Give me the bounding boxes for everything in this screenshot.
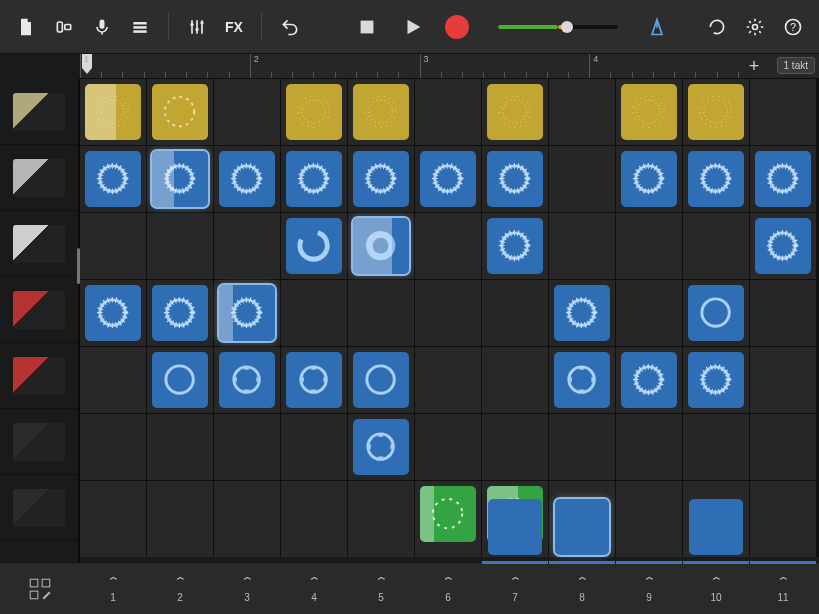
grid-cell[interactable]	[683, 213, 749, 279]
browser-icon[interactable]	[50, 13, 78, 41]
grid-cell[interactable]	[147, 79, 213, 145]
grid-cell[interactable]	[214, 414, 280, 480]
grid-cell[interactable]	[750, 280, 816, 346]
grid-cell[interactable]	[549, 414, 615, 480]
grid-cell[interactable]	[683, 79, 749, 145]
grid-cell[interactable]	[147, 347, 213, 413]
grid-cell[interactable]	[549, 146, 615, 212]
column-trigger-9[interactable]: ⌃9	[616, 563, 682, 614]
grid-cell[interactable]	[214, 481, 280, 547]
grid-cell[interactable]	[683, 414, 749, 480]
grid-cell[interactable]	[415, 79, 481, 145]
grid-cell[interactable]	[214, 146, 280, 212]
grid-cell[interactable]	[482, 213, 548, 279]
grid-cell[interactable]	[415, 414, 481, 480]
loop-cell[interactable]	[555, 499, 609, 555]
grid-cell[interactable]	[348, 280, 414, 346]
grid-cell[interactable]	[616, 146, 682, 212]
grid-cell[interactable]	[482, 79, 548, 145]
loop-cell[interactable]	[286, 84, 342, 140]
loop-cell[interactable]	[688, 151, 744, 207]
grid-cell[interactable]	[415, 547, 481, 557]
loop-cell[interactable]	[487, 151, 543, 207]
track-header-drum-machine-2[interactable]	[0, 145, 78, 211]
loop-cell[interactable]	[152, 84, 208, 140]
add-section-button[interactable]: +	[745, 57, 763, 75]
loop-cell[interactable]	[688, 352, 744, 408]
track-header-keyboard-red-1[interactable]	[0, 277, 78, 343]
grid-cell[interactable]	[616, 347, 682, 413]
track-header-keyboard-red-2[interactable]	[0, 343, 78, 409]
grid-cell[interactable]	[80, 280, 146, 346]
track-header-synth-bass[interactable]	[0, 211, 78, 277]
grid-cell[interactable]	[348, 213, 414, 279]
stop-button[interactable]	[353, 13, 381, 41]
loop-cell[interactable]	[488, 499, 542, 555]
loop-cell[interactable]	[688, 285, 744, 341]
column-trigger-11[interactable]: ⌃11	[750, 563, 816, 614]
loop-cell[interactable]	[152, 285, 208, 341]
fx-button[interactable]: FX	[221, 13, 247, 41]
loop-cell[interactable]	[487, 84, 543, 140]
grid-cell[interactable]	[683, 347, 749, 413]
grid-cell[interactable]	[549, 347, 615, 413]
master-volume-slider[interactable]	[498, 25, 618, 29]
loop-cell[interactable]	[755, 218, 811, 274]
loop-cell[interactable]	[152, 151, 208, 207]
grid-cell[interactable]	[80, 146, 146, 212]
column-trigger-8[interactable]: ⌃8	[549, 563, 615, 614]
grid-cell[interactable]	[415, 146, 481, 212]
grid-cell[interactable]	[482, 547, 548, 557]
grid-cell[interactable]	[80, 213, 146, 279]
grid-cell[interactable]	[549, 280, 615, 346]
loop-cell[interactable]	[286, 151, 342, 207]
grid-cell[interactable]	[80, 347, 146, 413]
loop-cell[interactable]	[219, 285, 275, 341]
loop-cell[interactable]	[353, 218, 409, 274]
column-trigger-1[interactable]: ⌃1	[80, 563, 146, 614]
grid-cell[interactable]	[750, 79, 816, 145]
grid-cell[interactable]	[415, 280, 481, 346]
grid-cell[interactable]	[281, 347, 347, 413]
loop-cell[interactable]	[286, 352, 342, 408]
loop-cell[interactable]	[353, 151, 409, 207]
grid-cell[interactable]	[281, 146, 347, 212]
undo-icon[interactable]	[276, 13, 304, 41]
loop-cell[interactable]	[353, 419, 409, 475]
grid-cell[interactable]	[616, 280, 682, 346]
loop-cell[interactable]	[621, 151, 677, 207]
grid-cell[interactable]	[616, 79, 682, 145]
grid-cell[interactable]	[281, 79, 347, 145]
column-trigger-6[interactable]: ⌃6	[415, 563, 481, 614]
loop-cell[interactable]	[554, 352, 610, 408]
grid-cell[interactable]	[348, 79, 414, 145]
grid-cell[interactable]	[281, 280, 347, 346]
loop-cell[interactable]	[621, 84, 677, 140]
grid-cell[interactable]	[214, 547, 280, 557]
grid-cell[interactable]	[214, 79, 280, 145]
loop-cell[interactable]	[689, 499, 743, 555]
grid-cell[interactable]	[616, 547, 682, 557]
grid-cell[interactable]	[147, 547, 213, 557]
grid-cell[interactable]	[616, 414, 682, 480]
loop-cell[interactable]	[420, 486, 476, 542]
loop-cell[interactable]	[621, 352, 677, 408]
grid-cell[interactable]	[147, 481, 213, 547]
document-icon[interactable]	[12, 13, 40, 41]
grid-cell[interactable]	[549, 547, 615, 557]
grid-cell[interactable]	[750, 547, 816, 557]
grid-cell[interactable]	[549, 213, 615, 279]
loop-cell[interactable]	[554, 285, 610, 341]
grid-cell[interactable]	[348, 481, 414, 547]
grid-cell[interactable]	[616, 481, 682, 547]
metronome-icon[interactable]	[643, 13, 671, 41]
grid-cell[interactable]	[80, 547, 146, 557]
grid-cell[interactable]	[683, 280, 749, 346]
loop-cell[interactable]	[755, 151, 811, 207]
mic-icon[interactable]	[88, 13, 116, 41]
loop-cell[interactable]	[353, 84, 409, 140]
track-header-keyboard-black-2[interactable]	[0, 475, 78, 541]
grid-cell[interactable]	[214, 213, 280, 279]
grid-cell[interactable]	[214, 280, 280, 346]
grid-cell[interactable]	[348, 414, 414, 480]
